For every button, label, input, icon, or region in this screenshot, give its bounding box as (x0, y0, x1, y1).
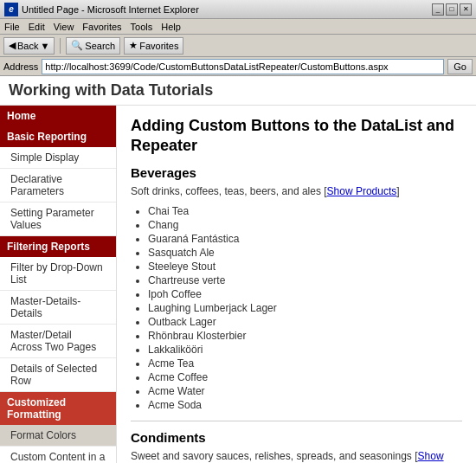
title-bar: e Untitled Page - Microsoft Internet Exp… (0, 0, 476, 19)
list-item: Acme Coffee (148, 370, 462, 384)
page-wrapper: Working with Data Tutorials Home Basic R… (0, 76, 476, 463)
condiments-title: Condiments (131, 430, 462, 445)
sidebar-item-custom-content-gridview[interactable]: Custom Content in a GridView (0, 447, 116, 463)
page-header: Working with Data Tutorials (0, 76, 476, 106)
list-item: Lakkalikööri (148, 343, 462, 357)
menu-bar: File Edit View Favorites Tools Help (0, 19, 476, 35)
menu-file[interactable]: File (4, 22, 20, 32)
list-item: Rhönbrau Klosterbier (148, 329, 462, 343)
condiments-show-link[interactable]: Show Products (131, 450, 444, 463)
go-button[interactable]: Go (447, 59, 473, 74)
sidebar-item-basic-reporting[interactable]: Basic Reporting (0, 126, 116, 147)
list-item: Acme Soda (148, 398, 462, 412)
back-button[interactable]: ◀ Back ▼ (3, 37, 55, 55)
sidebar: Home Basic Reporting Simple Display Decl… (0, 106, 117, 463)
menu-favorites[interactable]: Favorites (82, 22, 121, 32)
sidebar-item-simple-display[interactable]: Simple Display (0, 147, 116, 169)
list-item: Outback Lager (148, 315, 462, 329)
sidebar-item-setting-parameter-values[interactable]: Setting Parameter Values (0, 203, 116, 236)
window-title: Untitled Page - Microsoft Internet Explo… (22, 4, 199, 15)
browser-icon: e (4, 3, 18, 16)
address-input[interactable] (42, 59, 444, 74)
page-title: Working with Data Tutorials (9, 81, 213, 99)
list-item: Acme Tea (148, 357, 462, 370)
main-content: Adding Custom Buttons to the DataList an… (117, 106, 476, 463)
content-area: Home Basic Reporting Simple Display Decl… (0, 106, 476, 463)
toolbar-separator-1 (60, 38, 61, 54)
star-icon: ★ (129, 40, 138, 51)
beverages-desc: Soft drinks, coffees, teas, beers, and a… (131, 185, 462, 197)
list-item: Steeleye Stout (148, 260, 462, 273)
sidebar-item-filtering-reports[interactable]: Filtering Reports (0, 236, 116, 257)
beverages-title: Beverages (131, 165, 462, 180)
toolbar: ◀ Back ▼ 🔍 Search ★ Favorites (0, 35, 476, 57)
sidebar-item-master-detail-across[interactable]: Master/Detail Across Two Pages (0, 325, 116, 358)
menu-edit[interactable]: Edit (29, 22, 45, 32)
list-item: Chartreuse verte (148, 273, 462, 287)
sidebar-item-format-colors[interactable]: Format Colors (0, 425, 116, 447)
menu-view[interactable]: View (54, 22, 74, 32)
sidebar-item-master-details-details[interactable]: Master-Details-Details (0, 291, 116, 325)
sidebar-item-customized-formatting[interactable]: Customized Formatting (0, 392, 116, 425)
menu-tools[interactable]: Tools (131, 22, 153, 32)
chevron-down-icon: ▼ (40, 41, 49, 51)
address-label: Address (3, 61, 38, 72)
minimize-button[interactable]: _ (432, 3, 444, 16)
menu-help[interactable]: Help (161, 22, 181, 32)
back-icon: ◀ (9, 40, 16, 51)
sidebar-item-declarative-parameters[interactable]: Declarative Parameters (0, 169, 116, 203)
list-item: Acme Water (148, 384, 462, 398)
list-item: Chai Tea (148, 204, 462, 218)
condiments-desc: Sweet and savory sauces, relishes, sprea… (131, 450, 462, 463)
sidebar-item-details-selected-row[interactable]: Details of Selected Row (0, 358, 116, 392)
close-button[interactable]: ✕ (460, 3, 472, 16)
section-divider (131, 421, 462, 421)
list-item: Ipoh Coffee (148, 287, 462, 301)
sidebar-item-home[interactable]: Home (0, 106, 116, 126)
list-item: Laughing Lumberjack Lager (148, 301, 462, 315)
sidebar-item-filter-by-drop-down[interactable]: Filter by Drop-Down List (0, 257, 116, 291)
beverages-show-link[interactable]: Show Products (327, 185, 397, 197)
list-item: Guaraná Fantástica (148, 232, 462, 246)
search-button[interactable]: 🔍 Search (66, 37, 120, 55)
list-item: Sasquatch Ale (148, 246, 462, 260)
favorites-button[interactable]: ★ Favorites (124, 37, 183, 55)
beverages-list: Chai Tea Chang Guaraná Fantástica Sasqua… (148, 204, 462, 412)
maximize-button[interactable]: □ (446, 3, 458, 16)
search-icon: 🔍 (71, 40, 83, 51)
window-controls[interactable]: _ □ ✕ (432, 3, 472, 16)
address-bar: Address Go (0, 57, 476, 76)
list-item: Chang (148, 218, 462, 232)
main-heading: Adding Custom Buttons to the DataList an… (131, 116, 462, 157)
